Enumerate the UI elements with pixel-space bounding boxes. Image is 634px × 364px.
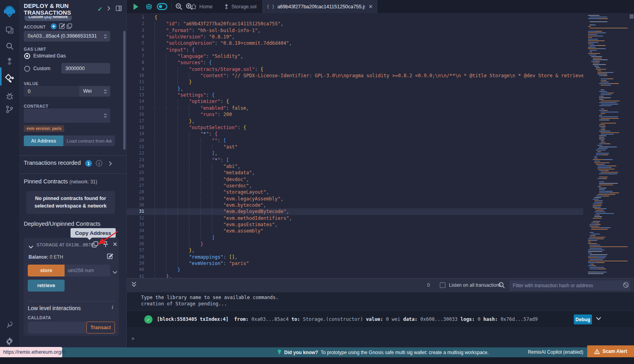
- code-line[interactable]: 3 "_format": "hh-sol-build-info-1",: [127, 27, 583, 34]
- copy-address-icon[interactable]: [92, 241, 98, 249]
- code-line[interactable]: 40 }: [127, 267, 583, 273]
- side-panel-scrollbar[interactable]: [123, 31, 126, 150]
- file-explorer-icon[interactable]: [0, 22, 19, 38]
- code-lines[interactable]: 1{2 "id": "a69b43f277ba20fcac141151250ca…: [127, 14, 583, 278]
- ai-assistant-icon[interactable]: [143, 0, 155, 13]
- code-line[interactable]: 28 "storageLayout",: [127, 189, 583, 195]
- code-line[interactable]: 5 "solcLongVersion": "0.8.19+commit.7dd6…: [127, 40, 583, 46]
- clear-console-icon[interactable]: [623, 282, 629, 290]
- panel-layout-icon[interactable]: [116, 6, 122, 13]
- code-line[interactable]: 10 "content": "// SPDX-License-Identifie…: [127, 72, 583, 79]
- code-line[interactable]: 29 "evm.legacyAssembly",: [127, 196, 583, 202]
- edit-balance-icon[interactable]: [107, 253, 113, 261]
- debug-button[interactable]: Debug: [574, 314, 592, 324]
- code-line[interactable]: 7 "language": "Solidity",: [127, 53, 583, 59]
- code-line[interactable]: 23 "*": [: [127, 157, 583, 163]
- code-line[interactable]: 39 "evmVersion": "paris": [127, 260, 583, 267]
- listen-checkbox[interactable]: [440, 282, 445, 288]
- deploy-run-icon[interactable]: [0, 71, 19, 86]
- pin-icon[interactable]: [103, 241, 109, 249]
- code-line[interactable]: 27 "userdoc",: [127, 183, 583, 189]
- scam-alert-button[interactable]: Scam Alert: [587, 345, 634, 357]
- transactions-expand-icon[interactable]: [109, 161, 112, 168]
- value-unit-select[interactable]: Wei: [79, 86, 110, 97]
- contract-select[interactable]: [24, 109, 110, 123]
- close-contract-icon[interactable]: ✕: [113, 241, 118, 248]
- expand-args-icon[interactable]: [113, 269, 117, 276]
- panel-chevron-right-icon[interactable]: [107, 6, 111, 12]
- code-line[interactable]: 25 "metadata",: [127, 170, 583, 176]
- terminal-prompt[interactable]: >: [132, 336, 134, 341]
- code-line[interactable]: 38 "remappings": [],: [127, 254, 583, 260]
- copilot-status[interactable]: RemixAI Copilot (enabled): [528, 349, 583, 355]
- terminal-search-icon[interactable]: [498, 282, 505, 290]
- code-line[interactable]: 16 "runs": 200: [127, 111, 583, 118]
- at-address-button[interactable]: At Address: [24, 135, 63, 146]
- tab-json-active[interactable]: { } a69b43f277ba20fcac141151250ca755.jso…: [262, 0, 377, 13]
- code-line[interactable]: 26 "devdoc",: [127, 176, 583, 183]
- code-line[interactable]: 12 },: [127, 86, 583, 92]
- tab-home[interactable]: Home: [187, 0, 216, 13]
- store-arg-input[interactable]: [65, 265, 110, 276]
- code-line[interactable]: 19 "*": {: [127, 131, 583, 137]
- estimated-gas-radio[interactable]: [24, 53, 30, 59]
- code-line[interactable]: 36 }: [127, 241, 583, 247]
- transaction-filter-input[interactable]: [509, 280, 630, 291]
- value-input[interactable]: [24, 86, 79, 97]
- code-line[interactable]: 34 "evm.assembly": [127, 228, 583, 234]
- copilot-toggle-icon[interactable]: [155, 0, 169, 13]
- plugin-manager-icon[interactable]: [0, 317, 19, 333]
- collapse-chevron-icon[interactable]: [29, 243, 33, 250]
- editor-scrollbar-thumb[interactable]: [630, 14, 634, 19]
- code-line[interactable]: 11 }: [127, 79, 583, 85]
- custom-gas-radio[interactable]: [24, 66, 30, 72]
- tab-storage-sol[interactable]: Storage.sol: [220, 0, 260, 13]
- add-account-icon[interactable]: [51, 23, 57, 31]
- code-line[interactable]: 30 "evm.bytecode",: [127, 202, 583, 208]
- expand-log-icon[interactable]: [596, 316, 601, 322]
- at-address-input[interactable]: [63, 135, 115, 146]
- account-select[interactable]: 0xA03...85ac4 (0.39866531531: [24, 31, 110, 42]
- info-icon[interactable]: i: [96, 160, 102, 166]
- transact-button[interactable]: Transact: [86, 322, 115, 334]
- zoom-out-icon[interactable]: [174, 0, 184, 13]
- code-line[interactable]: 8 "sources": {: [127, 59, 583, 66]
- close-tab-icon[interactable]: ✕: [369, 4, 373, 10]
- code-line[interactable]: 15 "enabled": false,: [127, 105, 583, 111]
- copy-account-icon[interactable]: [67, 23, 72, 30]
- low-level-info-icon[interactable]: i: [112, 304, 113, 311]
- contract-instance-name[interactable]: STORAGE AT 0X136...8B78: [36, 242, 93, 247]
- code-line[interactable]: 31 "evm.deployedBytecode",: [127, 208, 583, 215]
- editor-scrollbar[interactable]: [629, 13, 634, 278]
- code-line[interactable]: 9 "contracts/Storage.sol": {: [127, 66, 583, 72]
- custom-gas-input[interactable]: [61, 63, 110, 74]
- remix-logo-icon[interactable]: [0, 3, 19, 21]
- code-line[interactable]: 13 "settings": {: [127, 92, 583, 98]
- code-line[interactable]: 37 },: [127, 247, 583, 253]
- retrieve-button[interactable]: retrieve: [28, 280, 65, 292]
- code-line[interactable]: 1{: [127, 14, 583, 21]
- code-line[interactable]: 4 "solcVersion": "0.8.19",: [127, 34, 583, 40]
- store-button[interactable]: store: [28, 265, 65, 276]
- code-line[interactable]: 35 ]: [127, 234, 583, 241]
- code-line[interactable]: 2 "id": "a69b43f277ba20fcac141151250ca75…: [127, 21, 583, 27]
- code-line[interactable]: 32 "evm.methodIdentifiers",: [127, 215, 583, 221]
- code-line[interactable]: 17 },: [127, 118, 583, 124]
- code-line[interactable]: 6 "input": {: [127, 47, 583, 53]
- search-icon[interactable]: [0, 38, 19, 54]
- code-line[interactable]: 41 },: [127, 273, 583, 278]
- code-line[interactable]: 14 "optimizer": {: [127, 98, 583, 105]
- terminal-collapse-icon[interactable]: [132, 282, 136, 289]
- calldata-input[interactable]: [28, 322, 86, 334]
- solidity-compiler-icon[interactable]: [0, 53, 19, 69]
- code-line[interactable]: 24 "abi",: [127, 163, 583, 170]
- code-line[interactable]: 20 "": [: [127, 137, 583, 144]
- run-script-icon[interactable]: [130, 0, 142, 13]
- minimap[interactable]: [585, 13, 629, 278]
- code-line[interactable]: 33 "evm.gasEstimates",: [127, 221, 583, 228]
- transaction-log-row[interactable]: ✓ [block:5583405 txIndex:4] from: 0xa03.…: [127, 311, 634, 328]
- git-icon[interactable]: [0, 101, 19, 117]
- code-line[interactable]: 18 "outputSelection": {: [127, 124, 583, 131]
- terminal-body[interactable]: Type the library name to see available c…: [127, 292, 634, 347]
- edit-account-icon[interactable]: [59, 23, 65, 30]
